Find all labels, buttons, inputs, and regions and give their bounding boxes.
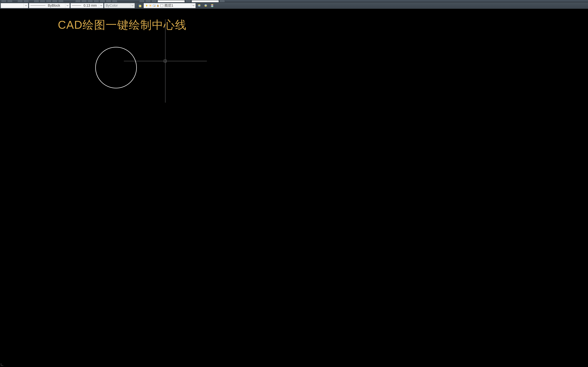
linetype-sample-icon	[30, 5, 45, 6]
quick-access-toolbar	[0, 0, 588, 2]
layer-dropdown[interactable]: 图层1	[144, 3, 196, 8]
sun-icon	[149, 4, 152, 7]
qat-button[interactable]	[185, 0, 191, 2]
toolbar-separator	[135, 3, 137, 8]
lineweight-dropdown-value: 0.13 mm	[84, 4, 97, 8]
layer-tools-button[interactable]	[209, 3, 215, 8]
chevron-down-icon	[65, 3, 69, 8]
plotstyle-dropdown-value: ByColor	[104, 4, 130, 8]
svg-rect-15	[157, 5, 159, 7]
svg-point-2	[146, 5, 147, 6]
svg-line-11	[151, 5, 151, 5]
qat-button[interactable]	[46, 0, 51, 2]
layer-properties-button[interactable]	[137, 3, 143, 8]
lineweight-sample-icon	[72, 5, 81, 6]
qat-button[interactable]	[81, 0, 87, 2]
svg-marker-17	[198, 5, 201, 7]
linetype-dropdown-value: ByBlock	[48, 4, 60, 8]
drawing-canvas[interactable]: CAD绘图一键绘制中心线	[0, 9, 588, 367]
layer-states-button[interactable]	[196, 3, 202, 8]
crosshair-pickbox	[164, 60, 167, 62]
qat-field[interactable]	[157, 0, 185, 2]
qat-button[interactable]	[87, 0, 93, 2]
qat-button[interactable]	[106, 0, 111, 2]
qat-button[interactable]	[151, 0, 157, 2]
qat-button[interactable]	[145, 0, 151, 2]
qat-button[interactable]	[219, 0, 225, 2]
layer-properties-icon	[138, 4, 142, 8]
plotstyle-dropdown[interactable]: ByColor	[104, 3, 135, 8]
qat-button[interactable]	[1, 0, 7, 2]
chevron-down-icon	[99, 3, 103, 8]
layer-color-swatch-icon	[160, 4, 163, 7]
svg-line-10	[151, 6, 151, 7]
svg-point-14	[154, 6, 155, 7]
app-root: ByBlock 0.13 mm ByColor	[0, 0, 588, 367]
viewport-freeze-icon	[153, 4, 156, 7]
layers-stack-icon	[204, 4, 208, 8]
circle-entity[interactable]	[95, 47, 137, 88]
chevron-down-icon	[24, 3, 28, 8]
chevron-down-icon	[130, 3, 135, 8]
qat-button[interactable]	[7, 0, 13, 2]
layer-dropdown-value: 图层1	[164, 3, 173, 8]
layer-state-icons	[145, 4, 159, 7]
qat-button[interactable]	[40, 0, 45, 2]
qat-button[interactable]	[24, 0, 29, 2]
qat-button[interactable]	[112, 0, 117, 2]
lightbulb-on-icon	[145, 4, 148, 7]
canvas-title-text: CAD绘图一键绘制中心线	[58, 17, 187, 33]
lock-open-icon	[156, 4, 159, 7]
lineweight-dropdown[interactable]: 0.13 mm	[70, 3, 104, 8]
qat-button[interactable]	[17, 0, 23, 2]
qat-button[interactable]	[75, 0, 81, 2]
layers-stack-icon	[197, 4, 201, 8]
chevron-down-icon	[191, 3, 196, 8]
qat-button[interactable]	[139, 0, 145, 2]
svg-marker-19	[204, 5, 207, 7]
svg-line-9	[149, 5, 150, 5]
svg-line-12	[149, 6, 150, 7]
layer-previous-button[interactable]	[203, 3, 208, 8]
qat-button[interactable]	[52, 0, 58, 2]
layers-stack-icon	[210, 4, 214, 8]
ucs-corner-icon	[1, 363, 4, 366]
qat-button[interactable]	[34, 0, 39, 2]
qat-button[interactable]	[94, 0, 99, 2]
properties-toolbar: ByBlock 0.13 mm ByColor	[0, 2, 588, 9]
qat-field[interactable]	[191, 0, 219, 2]
qat-button[interactable]	[58, 0, 64, 2]
qat-button[interactable]	[100, 0, 105, 2]
color-dropdown[interactable]	[1, 3, 28, 8]
svg-rect-3	[147, 6, 147, 7]
svg-rect-1	[139, 5, 141, 7]
svg-marker-22	[211, 6, 214, 7]
linetype-dropdown[interactable]: ByBlock	[29, 3, 70, 8]
svg-point-4	[150, 5, 151, 6]
